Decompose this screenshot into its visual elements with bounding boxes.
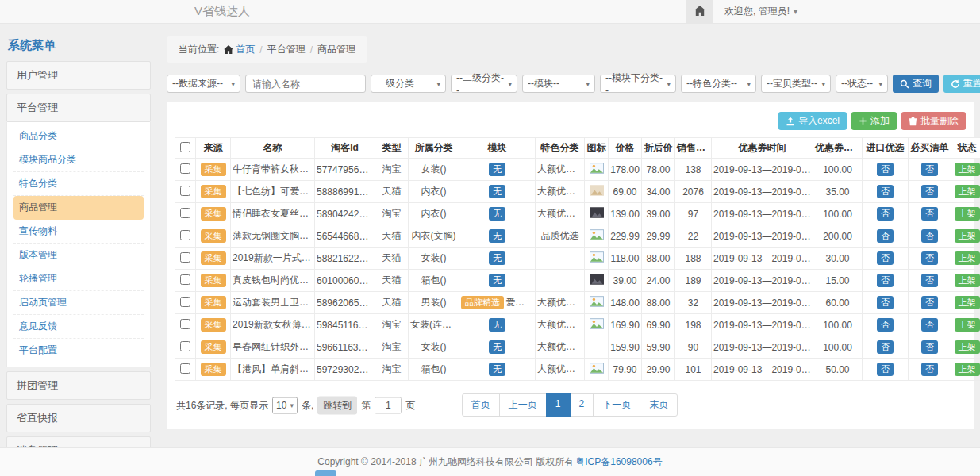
page-button[interactable]: 上一页 (499, 393, 547, 416)
status-badge[interactable]: 上架 (955, 318, 980, 332)
add-button[interactable]: 添加 (851, 112, 897, 130)
breadcrumb: 当前位置: 首页 / 平台管理 / 商品管理 (167, 36, 367, 63)
row-checkbox[interactable] (180, 274, 190, 285)
sidebar-sublink[interactable]: 商品管理 (13, 196, 144, 220)
status-badge[interactable]: 上架 (955, 185, 980, 198)
home-button[interactable] (686, 0, 713, 23)
sidebar-sublink[interactable]: 启动页管理 (13, 291, 144, 315)
sidebar-sublink[interactable]: 模块商品分类 (13, 148, 144, 172)
icp-link[interactable]: 粤ICP备16098006号 (575, 455, 662, 469)
page-button[interactable]: 2 (570, 393, 594, 416)
breadcrumb-home-link[interactable]: 首页 (224, 43, 255, 56)
table-row: 采集牛仔背带裤女秋装减龄...577479560965淘宝女装()无大额优惠券1… (175, 159, 980, 181)
select-all-checkbox[interactable] (180, 142, 190, 152)
import-select-toggle[interactable]: 否 (877, 274, 894, 287)
sidebar-sublink[interactable]: 平台配置 (13, 339, 144, 362)
status-badge[interactable]: 上架 (955, 340, 980, 354)
level2-category-select[interactable]: --二级分类--▾ (451, 75, 517, 93)
must-buy-toggle[interactable]: 否 (921, 207, 938, 221)
module-badge: 无 (489, 163, 505, 176)
item-type-select[interactable]: --宝贝类型--▾ (761, 75, 831, 93)
sidebar-sublink[interactable]: 版本管理 (13, 244, 144, 267)
import-select-toggle[interactable]: 否 (877, 296, 894, 309)
feature-category-select[interactable]: --特色分类--▾ (681, 75, 756, 93)
must-buy-toggle[interactable]: 否 (921, 318, 938, 332)
import-select-toggle[interactable]: 否 (877, 318, 894, 332)
sidebar-section[interactable]: 省直快报 (6, 404, 151, 432)
must-buy-toggle[interactable]: 否 (921, 251, 938, 265)
breadcrumb-item[interactable]: 平台管理 (267, 43, 306, 56)
user-menu[interactable]: 欢迎您, 管理员! ▾ (713, 5, 797, 18)
data-source-select[interactable]: --数据来源--▾ (167, 75, 240, 93)
page-button[interactable]: 1 (546, 393, 571, 416)
sidebar-sublink[interactable]: 商品分类 (13, 125, 144, 148)
must-buy-toggle[interactable]: 否 (921, 274, 938, 287)
page-number-input[interactable] (375, 397, 402, 413)
sidebar-sublink[interactable]: 意见反馈 (13, 315, 144, 339)
must-buy-toggle[interactable]: 否 (921, 185, 938, 198)
row-checkbox[interactable] (180, 341, 190, 351)
breadcrumb-home-label[interactable]: 首页 (236, 43, 255, 56)
status-badge[interactable]: 上架 (955, 296, 980, 309)
page-size-select[interactable]: 10 ▾ (272, 397, 298, 413)
cell-coupon-time: 2019-09-13—2019-09-17 (712, 314, 813, 336)
breadcrumb-item[interactable]: 商品管理 (317, 43, 355, 56)
chevron-down-icon: ▾ (231, 80, 235, 88)
must-buy-toggle[interactable]: 否 (921, 363, 938, 376)
partial-bottom-element (315, 470, 336, 476)
must-buy-toggle[interactable]: 否 (921, 163, 938, 176)
table-row: 采集2019新款女秋薄款...598451162391淘宝女装(连衣裙)无大额优… (175, 314, 980, 336)
cell-discount-price: 88.00 (642, 248, 675, 270)
row-checkbox[interactable] (180, 319, 190, 329)
import-select-toggle[interactable]: 否 (877, 363, 894, 376)
sidebar-sublink[interactable]: 宣传物料 (13, 220, 144, 244)
module-subcategory-select[interactable]: --模块下分类--▾ (600, 75, 676, 93)
must-buy-toggle[interactable]: 否 (921, 229, 938, 243)
import-select-toggle[interactable]: 否 (877, 163, 894, 176)
cell-coupon-time: 2019-09-13—2019-09-18 (712, 359, 813, 381)
sidebar-sublink[interactable]: 轮播管理 (13, 267, 144, 291)
sidebar-sublink[interactable]: 特色分类 (13, 172, 144, 196)
page-button[interactable]: 下一页 (593, 393, 640, 416)
status-badge[interactable]: 上架 (955, 229, 980, 243)
status-badge[interactable]: 上架 (955, 163, 980, 176)
page-button[interactable]: 末页 (640, 393, 678, 416)
query-button[interactable]: 查询 (893, 75, 939, 93)
row-checkbox[interactable] (180, 186, 190, 196)
status-badge[interactable]: 上架 (955, 274, 980, 287)
status-select[interactable]: --状态--▾ (836, 75, 888, 93)
home-icon (694, 5, 705, 19)
status-badge[interactable]: 上架 (955, 363, 980, 376)
row-checkbox[interactable] (180, 363, 190, 374)
image-placeholder-icon (590, 229, 604, 240)
row-checkbox[interactable] (180, 230, 190, 240)
import-excel-button[interactable]: 导入excel (778, 112, 847, 130)
import-select-toggle[interactable]: 否 (877, 229, 894, 243)
row-checkbox[interactable] (180, 297, 190, 307)
import-select-toggle[interactable]: 否 (877, 185, 894, 198)
row-checkbox[interactable] (180, 208, 190, 218)
sidebar-section[interactable]: 用户管理 (6, 61, 151, 90)
status-value: --状态-- (841, 77, 873, 90)
import-select-toggle[interactable]: 否 (877, 207, 894, 221)
row-checkbox[interactable] (180, 252, 190, 263)
must-buy-toggle[interactable]: 否 (921, 340, 938, 354)
status-badge[interactable]: 上架 (955, 207, 980, 221)
status-badge[interactable]: 上架 (955, 251, 980, 265)
must-buy-toggle[interactable]: 否 (921, 296, 938, 309)
import-select-toggle[interactable]: 否 (877, 251, 894, 265)
cell-type: 淘宝 (375, 203, 409, 225)
batch-delete-button[interactable]: 批量删除 (901, 112, 966, 130)
filter-bar: --数据来源--▾一级分类▾--二级分类--▾--模块--▾--模块下分类--▾… (167, 75, 974, 93)
module-select[interactable]: --模块--▾ (522, 75, 595, 93)
sidebar-section[interactable]: 消息管理 (6, 436, 151, 447)
level1-category-select[interactable]: 一级分类▾ (371, 75, 446, 93)
row-checkbox[interactable] (180, 163, 190, 174)
sidebar-section[interactable]: 拼团管理 (6, 371, 151, 400)
import-select-toggle[interactable]: 否 (877, 340, 894, 354)
page-button[interactable]: 首页 (462, 393, 500, 416)
name-search-input[interactable] (245, 75, 366, 93)
jump-button[interactable]: 跳转到 (317, 396, 357, 414)
reset-button[interactable]: 重置 (943, 75, 980, 93)
sidebar-section[interactable]: 平台管理 (6, 94, 151, 122)
